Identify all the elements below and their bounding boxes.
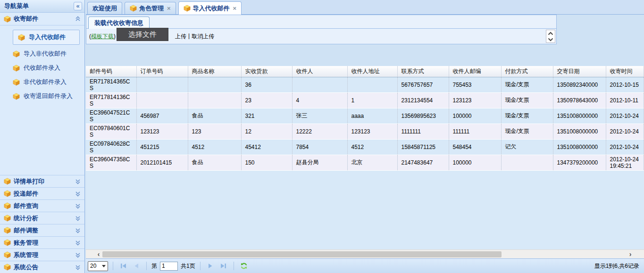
- horizontal-scrollbar[interactable]: ‹ ›: [86, 249, 644, 258]
- table-row[interactable]: ER717814136CS23412312134554123123现金/支票13…: [86, 92, 644, 108]
- page-size-select[interactable]: 20: [88, 261, 108, 271]
- next-page-button[interactable]: [205, 261, 216, 271]
- table-cell: 15845871125: [397, 139, 449, 155]
- sidebar-title: 导航菜单: [4, 2, 74, 10]
- chevron-down-icon[interactable]: [75, 240, 81, 246]
- cancel-upload-link[interactable]: 取消上传: [192, 33, 214, 41]
- spinner-down-icon[interactable]: [546, 36, 555, 42]
- tab-close-icon[interactable]: ×: [233, 5, 237, 12]
- sidebar-menu-item[interactable]: 导入非代收邮件: [0, 47, 84, 61]
- chevron-up-icon[interactable]: [75, 16, 81, 22]
- chevron-down-icon[interactable]: [75, 203, 81, 209]
- grid-header-table: 邮件号码订单号码商品名称实收货款收件人收件人地址联系方式收件人邮编付款方式交寄日…: [86, 66, 644, 77]
- sidebar-section-label: 投递邮件: [14, 190, 72, 198]
- sidebar-section-collapsed[interactable]: 系统管理: [0, 248, 84, 261]
- sidebar-section-collapsed[interactable]: 统计分析: [0, 212, 84, 224]
- refresh-button[interactable]: [239, 261, 249, 271]
- sidebar-section-collapsed[interactable]: 账务管理: [0, 236, 84, 248]
- table-row[interactable]: EC097840628CS451215451245412785445121584…: [86, 139, 644, 155]
- upload-spinner: [546, 30, 555, 43]
- grid-body-table: ER717814365CS365676757657755453现金/支票1350…: [86, 77, 644, 171]
- table-cell: 赵县分局: [292, 155, 347, 170]
- table-cell: 1351008000000: [553, 124, 606, 139]
- table-cell: 4: [292, 92, 347, 108]
- choose-file-button[interactable]: 选择文件: [117, 28, 168, 41]
- table-cell: 现金/支票: [501, 124, 553, 139]
- panel-tab-load-info[interactable]: 装载代收收寄信息: [88, 17, 150, 29]
- page-number-input[interactable]: [160, 262, 178, 271]
- table-cell: 23: [241, 92, 292, 108]
- tab[interactable]: 导入代收邮件 ×: [178, 1, 242, 15]
- table-row[interactable]: EC097840601CS123123123121222212312311111…: [86, 124, 644, 139]
- package-icon: [13, 79, 20, 86]
- grid-column-header[interactable]: 联系方式: [397, 66, 449, 77]
- prev-page-button[interactable]: [131, 261, 142, 271]
- grid-column-header[interactable]: 商品名称: [188, 66, 241, 77]
- chevron-down-icon[interactable]: [75, 228, 81, 233]
- scroll-right-icon[interactable]: ›: [626, 250, 635, 259]
- tab[interactable]: 角色管理 ×: [125, 2, 176, 14]
- sidebar-header: 导航菜单 «: [0, 0, 84, 13]
- table-cell: 5676757657: [397, 77, 449, 93]
- grid-column-header[interactable]: 订单号码: [136, 66, 188, 77]
- page-prefix-label: 第: [151, 262, 157, 270]
- table-cell: 现金/支票: [501, 108, 553, 124]
- grid-column-header[interactable]: 实收货款: [241, 66, 292, 77]
- grid-column-header[interactable]: 交寄日期: [553, 66, 606, 77]
- grid-column-header[interactable]: 收寄时间: [606, 66, 644, 77]
- table-cell: 2312134554: [397, 92, 449, 108]
- table-cell: aaaa: [347, 108, 397, 124]
- grid-column-header[interactable]: 邮件号码: [86, 66, 136, 77]
- sidebar-section-expanded[interactable]: 收寄邮件: [0, 13, 84, 25]
- table-cell: [292, 77, 347, 93]
- table-row[interactable]: EC396047358CS2012101415食品150赵县分局北京214748…: [86, 155, 644, 170]
- sidebar-section-collapsed[interactable]: 系统公告: [0, 261, 84, 273]
- table-row[interactable]: ER717814365CS365676757657755453现金/支票1350…: [86, 77, 644, 93]
- app-window: 导航菜单 « 收寄邮件 导入代收邮件 导入非代收邮件: [0, 0, 644, 273]
- last-page-button[interactable]: [218, 261, 229, 271]
- sidebar-menu-item[interactable]: 导入代收邮件: [13, 30, 80, 45]
- package-icon: [4, 178, 11, 185]
- chevron-down-icon[interactable]: [75, 179, 81, 184]
- table-row[interactable]: EC396047521CS456987食品321张三aaaa1356989562…: [86, 108, 644, 124]
- table-cell: EC396047521CS: [86, 108, 136, 124]
- table-cell: 12222: [292, 124, 347, 139]
- table-cell: 1347379200000: [553, 155, 606, 170]
- package-icon: [13, 50, 20, 58]
- table-cell: 100000: [449, 155, 501, 170]
- chevron-down-icon[interactable]: [75, 191, 81, 197]
- grid-column-header[interactable]: 收件人地址: [347, 66, 397, 77]
- table-cell: ER717814136CS: [86, 92, 136, 108]
- table-cell: [188, 77, 241, 93]
- tab[interactable]: 欢迎使用 ×: [87, 2, 122, 14]
- upload-link[interactable]: 上传: [175, 33, 186, 41]
- table-cell: [136, 92, 188, 108]
- mail-grid: 邮件号码订单号码商品名称实收货款收件人收件人地址联系方式收件人邮编付款方式交寄日…: [86, 66, 644, 249]
- template-download-link[interactable]: 模板下载: [91, 33, 114, 41]
- chevron-down-icon[interactable]: [75, 215, 81, 221]
- scrollbar-thumb[interactable]: [102, 251, 502, 257]
- sidebar-menu-item[interactable]: 收寄退回邮件录入: [0, 89, 84, 103]
- sidebar-collapse-button[interactable]: «: [74, 2, 82, 10]
- sidebar-section-collapsed[interactable]: 邮件调整: [0, 224, 84, 236]
- sidebar-menu-item[interactable]: 代收邮件录入: [0, 61, 84, 75]
- grid-column-header[interactable]: 收件人: [292, 66, 347, 77]
- sidebar-menu-item[interactable]: 非代收邮件录入: [0, 75, 84, 89]
- sidebar-section-collapsed[interactable]: 详情单打印: [0, 175, 84, 187]
- grid-column-header[interactable]: 付款方式: [501, 66, 553, 77]
- sidebar-section-collapsed[interactable]: 投递邮件: [0, 187, 84, 199]
- sidebar-section-collapsed[interactable]: 邮件查询: [0, 199, 84, 212]
- chevron-down-icon[interactable]: [75, 265, 81, 270]
- table-cell: EC097840628CS: [86, 139, 136, 155]
- table-cell: 123123: [347, 124, 397, 139]
- grid-column-header[interactable]: 收件人邮编: [449, 66, 501, 77]
- table-cell: 755453: [449, 77, 501, 93]
- table-cell: 456987: [136, 108, 188, 124]
- table-cell: 150: [241, 155, 292, 170]
- spinner-up-icon[interactable]: [546, 30, 555, 36]
- package-icon: [184, 5, 191, 12]
- scroll-left-icon[interactable]: ‹: [94, 250, 103, 259]
- tab-close-icon[interactable]: ×: [167, 5, 171, 12]
- first-page-button[interactable]: [118, 261, 128, 271]
- chevron-down-icon[interactable]: [75, 252, 81, 258]
